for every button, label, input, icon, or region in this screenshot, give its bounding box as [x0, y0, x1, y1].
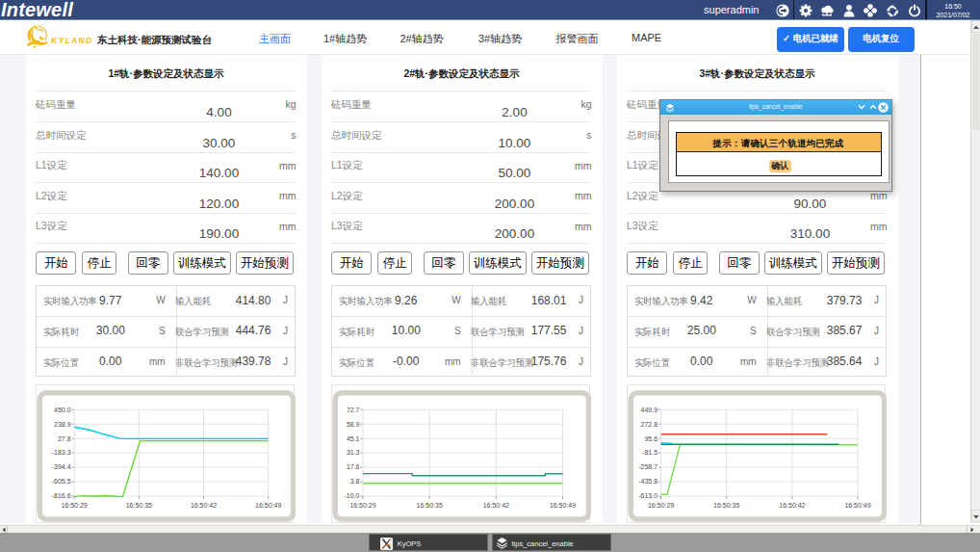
svg-text:16:50:42: 16:50:42: [483, 502, 509, 509]
svg-text:449.9: 449.9: [641, 407, 658, 413]
svg-text:72.7: 72.7: [347, 407, 360, 413]
svg-text:-816.6: -816.6: [52, 492, 71, 499]
svg-text:-613.0: -613.0: [638, 492, 658, 499]
svg-text:-435.8: -435.8: [638, 478, 658, 485]
svg-text:450.0: 450.0: [54, 407, 71, 413]
svg-text:KYLAND: KYLAND: [51, 36, 93, 45]
svg-text:16:50:35: 16:50:35: [126, 502, 152, 509]
svg-text:-394.4: -394.4: [52, 463, 71, 470]
svg-text:95.6: 95.6: [644, 435, 658, 442]
svg-text:-605.5: -605.5: [52, 478, 71, 485]
svg-text:-183.3: -183.3: [52, 449, 71, 456]
svg-text:17.6: 17.6: [347, 463, 360, 470]
svg-text:16:50:29: 16:50:29: [61, 502, 87, 509]
svg-text:16:50:49: 16:50:49: [550, 502, 576, 509]
svg-text:16:50:35: 16:50:35: [713, 502, 739, 509]
svg-text:45.1: 45.1: [347, 435, 360, 442]
svg-text:238.9: 238.9: [54, 421, 71, 428]
svg-text:16:50:42: 16:50:42: [779, 502, 805, 509]
svg-text:-258.7: -258.7: [638, 463, 658, 470]
svg-text:16:50:29: 16:50:29: [648, 502, 674, 509]
svg-text:-10.0: -10.0: [345, 492, 360, 499]
svg-text:3.8: 3.8: [350, 478, 360, 485]
svg-text:272.8: 272.8: [641, 421, 658, 428]
svg-text:16:50:49: 16:50:49: [255, 502, 281, 509]
svg-text:27.8: 27.8: [58, 435, 71, 442]
svg-text:16:50:49: 16:50:49: [844, 502, 870, 509]
svg-text:58.9: 58.9: [347, 421, 360, 428]
svg-text:16:50:35: 16:50:35: [417, 502, 443, 509]
svg-text:16:50:29: 16:50:29: [349, 502, 375, 509]
svg-text:16:50:42: 16:50:42: [191, 502, 217, 509]
svg-text:-81.5: -81.5: [642, 449, 658, 456]
svg-text:31.3: 31.3: [347, 449, 360, 456]
